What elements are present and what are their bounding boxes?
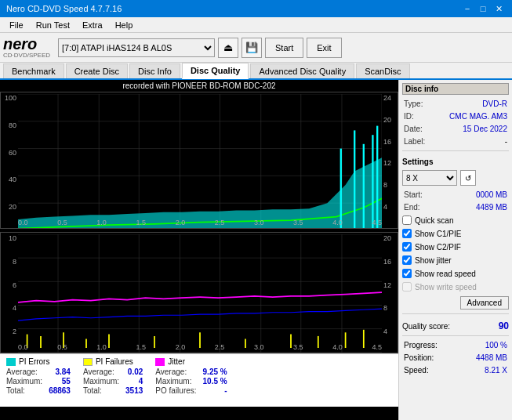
jitter-label: Jitter (168, 357, 185, 366)
quick-scan-row: Quick scan (402, 215, 509, 226)
legend-area: PI Errors Average: 3.84 Maximum: 55 Tota… (0, 353, 398, 407)
pif-avg-label: Average: (83, 368, 119, 376)
disc-info-title: Disc info (402, 83, 509, 95)
disc-type-value: DVD-R (482, 100, 507, 108)
show-write-speed-checkbox[interactable] (402, 282, 412, 291)
nero-logo: nero CD·DVD/SPEED (3, 36, 50, 59)
position-label: Position: (404, 353, 434, 362)
bottom-chart-y-right: 20 16 12 8 4 (382, 233, 398, 337)
position-value: 4488 MB (476, 353, 507, 362)
show-read-speed-label: Show read speed (415, 270, 476, 278)
start-button[interactable]: Start (265, 38, 303, 58)
pi-max-label: Maximum: (6, 377, 42, 386)
settings-title: Settings (402, 158, 509, 166)
show-c1pie-row: Show C1/PIE (402, 228, 509, 239)
show-c2pif-label: Show C2/PIF (415, 243, 461, 252)
legend-pi-errors: PI Errors Average: 3.84 Maximum: 55 Tota… (6, 357, 71, 404)
speed-row: 8 X ↺ (402, 170, 509, 186)
top-chart-y-right: 24 20 16 12 8 4 (382, 92, 398, 212)
bottom-chart-x-axis: 0.0 0.5 1.0 1.5 2.0 2.5 3.0 3.5 4.0 4.5 (18, 343, 382, 351)
show-c1pie-checkbox[interactable] (402, 229, 412, 238)
tab-scan-disc[interactable]: ScanDisc (356, 63, 409, 78)
show-write-speed-row: Show write speed (402, 281, 509, 292)
jitter-po-label: PO failures: (155, 386, 196, 395)
bottom-chart-y-left: 10 8 6 4 2 (1, 233, 18, 337)
speed-label: Speed: (404, 366, 429, 375)
start-mb-row: Start: 0000 MB (402, 190, 509, 200)
top-chart-x-axis: 0.0 0.5 1.0 1.5 2.0 2.5 3.0 3.5 4.0 4.5 (18, 219, 382, 226)
pi-failures-label: PI Failures (96, 357, 133, 366)
speed-value: 8.21 X (485, 366, 507, 375)
tab-advanced-disc-quality[interactable]: Advanced Disc Quality (250, 63, 354, 78)
close-button[interactable]: ✕ (492, 2, 506, 16)
title-bar: Nero CD-DVD Speed 4.7.7.16 − □ ✕ (0, 0, 512, 17)
legend-jitter: Jitter Average: 9.25 % Maximum: 10.5 % P… (155, 357, 227, 404)
speed-refresh-icon[interactable]: ↺ (460, 170, 476, 186)
divider-1 (402, 150, 509, 151)
position-row: Position: 4488 MB (402, 353, 509, 363)
drive-select[interactable]: [7:0] ATAPI iHAS124 B AL0S (58, 38, 215, 57)
nero-brand-text: nero (3, 36, 50, 52)
disc-id-label: ID: (404, 112, 414, 121)
show-c2pif-checkbox[interactable] (402, 242, 412, 252)
pif-total-value: 3513 (125, 386, 143, 395)
quick-scan-checkbox[interactable] (402, 215, 412, 225)
show-write-speed-label: Show write speed (415, 283, 477, 291)
pi-failures-color (83, 358, 93, 366)
pif-total-label: Total: (83, 386, 119, 395)
chart-panel: recorded with PIONEER BD-ROM BDC-202 100… (0, 80, 398, 420)
jitter-max-value: 10.5 % (203, 377, 227, 386)
maximize-button[interactable]: □ (476, 2, 490, 16)
tab-disc-quality[interactable]: Disc Quality (182, 63, 249, 79)
menu-extra[interactable]: Extra (76, 19, 109, 31)
main-content: recorded with PIONEER BD-ROM BDC-202 100… (0, 80, 512, 420)
bottom-chart: 10 8 6 4 2 20 16 12 8 4 (0, 232, 398, 353)
toolbar: nero CD·DVD/SPEED [7:0] ATAPI iHAS124 B … (0, 33, 512, 63)
tab-benchmark[interactable]: Benchmark (3, 63, 64, 78)
show-jitter-checkbox[interactable] (402, 255, 412, 265)
progress-label: Progress: (404, 341, 438, 349)
quality-score-row: Quality score: 90 (402, 320, 509, 331)
end-label: End: (404, 203, 420, 212)
divider-2 (402, 313, 509, 314)
tab-bar: Benchmark Create Disc Disc Info Disc Qua… (0, 63, 512, 80)
title-text: Nero CD-DVD Speed 4.7.7.16 (6, 4, 122, 13)
advanced-button[interactable]: Advanced (460, 296, 509, 310)
end-value: 4489 MB (476, 203, 507, 212)
jitter-avg-label: Average: (155, 368, 196, 376)
menu-file[interactable]: File (3, 19, 30, 31)
save-icon[interactable]: 💾 (241, 38, 262, 58)
end-mb-row: End: 4489 MB (402, 202, 509, 212)
quality-score-label: Quality score: (402, 322, 450, 331)
quality-score-value: 90 (499, 320, 509, 331)
chart-title: recorded with PIONEER BD-ROM BDC-202 (0, 80, 398, 92)
speed-row-progress: Speed: 8.21 X (402, 365, 509, 375)
pif-max-value: 4 (125, 377, 143, 386)
show-jitter-row: Show jitter (402, 255, 509, 266)
menu-help[interactable]: Help (109, 19, 140, 31)
tab-disc-info[interactable]: Disc Info (129, 63, 180, 78)
disc-label-label: Label: (404, 137, 425, 146)
jitter-max-label: Maximum: (155, 377, 196, 386)
pi-avg-label: Average: (6, 368, 42, 376)
jitter-color (155, 358, 165, 366)
tab-create-disc[interactable]: Create Disc (66, 63, 128, 78)
show-jitter-label: Show jitter (415, 256, 452, 265)
pi-avg-value: 3.84 (49, 368, 71, 376)
jitter-po-value: - (203, 386, 227, 395)
show-c1pie-label: Show C1/PIE (415, 230, 461, 238)
progress-value: 100 % (485, 341, 507, 349)
exit-button[interactable]: Exit (307, 38, 341, 58)
pi-errors-label: PI Errors (19, 357, 49, 366)
speed-select[interactable]: 8 X (402, 170, 457, 186)
disc-date-value: 15 Dec 2022 (463, 125, 507, 133)
disc-id-row: ID: CMC MAG. AM3 (402, 111, 509, 121)
eject-icon[interactable]: ⏏ (218, 38, 238, 58)
minimize-button[interactable]: − (460, 2, 474, 16)
disc-id-value: CMC MAG. AM3 (449, 112, 507, 121)
quick-scan-label: Quick scan (415, 216, 453, 225)
menu-run-test[interactable]: Run Test (30, 19, 76, 31)
right-panel: Disc info Type: DVD-R ID: CMC MAG. AM3 D… (398, 80, 512, 420)
top-chart-y-left: 100 80 60 40 20 (1, 92, 18, 212)
show-read-speed-checkbox[interactable] (402, 269, 412, 278)
